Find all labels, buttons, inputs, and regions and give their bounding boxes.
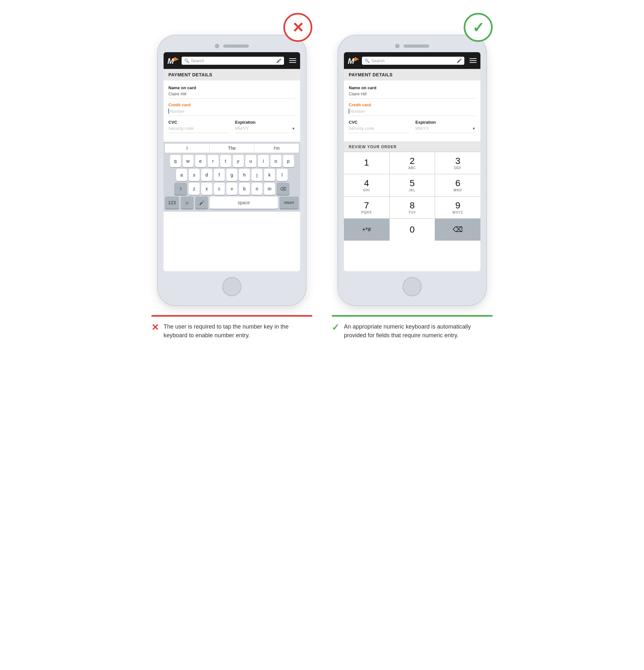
expiration-field-good: Expiration MM/YY ▼ (415, 120, 476, 133)
expiration-dropdown[interactable]: MM/YY ▼ (235, 126, 295, 133)
key-shift[interactable]: ⇧ (174, 183, 187, 195)
home-button[interactable] (222, 277, 242, 296)
key-f[interactable]: f (214, 169, 225, 181)
suggestion-1[interactable]: I (165, 144, 210, 153)
numpad-key-0[interactable]: 0 (389, 219, 435, 241)
keyboard-row-4: 123 ☺ 🎤 space return (165, 197, 299, 209)
hamburger-menu[interactable] (289, 58, 296, 63)
numpad-key-backspace[interactable]: ⌫ (435, 219, 480, 241)
good-badge-icon: ✓ (472, 19, 484, 36)
search-bar-good[interactable]: 🔍 Search 🎤 (362, 57, 464, 65)
key-backspace[interactable]: ⌫ (277, 183, 289, 195)
dropdown-arrow-icon: ▼ (292, 126, 295, 131)
phone-bottom-bar-good (344, 271, 480, 299)
caption-line-bad (151, 315, 312, 317)
key-o[interactable]: o (271, 155, 282, 167)
cvc-field: CVC Security code (168, 120, 229, 133)
key-mic[interactable]: 🎤 (195, 197, 208, 209)
dropdown-arrow-icon-good: ▼ (472, 126, 476, 131)
good-phone-shell: M▶ 🔍 Search 🎤 PAYMENT DETAILS (338, 36, 486, 305)
bad-badge: ✕ (283, 13, 312, 42)
numpad-key-7[interactable]: 7 PQRS (344, 197, 389, 218)
expiration-label: Expiration (235, 120, 295, 125)
caption-badge-good: ✓ (332, 323, 339, 332)
key-q[interactable]: q (170, 155, 181, 167)
credit-card-field-good: Credit card Number (349, 103, 476, 116)
key-g[interactable]: g (227, 169, 237, 181)
credit-card-input-good[interactable]: Number (349, 109, 476, 116)
cvc-placeholder-good[interactable]: Security code (349, 126, 409, 133)
caption-area-bad: ✕ The user is required to tap the number… (151, 319, 312, 343)
key-b[interactable]: b (239, 183, 250, 195)
key-h[interactable]: h (239, 169, 250, 181)
key-e[interactable]: e (195, 155, 206, 167)
bad-phone-shell: M▶ 🔍 Search 🎤 PAYMENT DETAILS (158, 36, 306, 305)
key-123[interactable]: 123 (165, 197, 179, 209)
good-caption: ✓ An appropriate numeric keyboard is aut… (332, 315, 493, 343)
text-cursor (168, 109, 169, 114)
credit-card-input[interactable]: Number (168, 109, 295, 116)
key-n[interactable]: n (251, 183, 262, 195)
numpad-key-1[interactable]: 1 (344, 152, 389, 174)
caption-badge-bad: ✕ (151, 323, 159, 332)
search-icon: 🔍 (184, 58, 189, 63)
numpad-row-4: +*# 0 ⌫ (344, 218, 480, 241)
name-value[interactable]: Claire Hill (168, 92, 295, 98)
camera-dot-good (395, 44, 400, 48)
key-i[interactable]: i (258, 155, 269, 167)
caption-text-bad: The user is required to tap the number k… (164, 322, 312, 340)
mic-icon-good[interactable]: 🎤 (456, 58, 462, 63)
expiration-dropdown-good[interactable]: MM/YY ▼ (415, 126, 476, 133)
numpad-key-5[interactable]: 5 JKL (389, 174, 435, 196)
key-w[interactable]: w (182, 155, 193, 167)
key-j[interactable]: j (251, 169, 262, 181)
cvc-placeholder[interactable]: Security code (168, 126, 229, 133)
numpad-key-2[interactable]: 2 ABC (389, 152, 435, 174)
numpad-key-8[interactable]: 8 TUV (389, 197, 435, 218)
app-header: M▶ 🔍 Search 🎤 (164, 52, 300, 69)
key-d[interactable]: d (201, 169, 212, 181)
key-a[interactable]: a (176, 169, 187, 181)
name-field-good: Name on card Claire Hill (349, 85, 476, 98)
key-z[interactable]: z (189, 183, 200, 195)
credit-card-placeholder-good: Number (350, 109, 365, 114)
bad-badge-icon: ✕ (292, 19, 304, 36)
credit-card-label: Credit card (168, 103, 295, 107)
cvc-label: CVC (168, 120, 229, 125)
suggestion-2[interactable]: The (210, 144, 255, 153)
numpad-key-6[interactable]: 6 MNO (435, 174, 480, 196)
key-s[interactable]: s (189, 169, 200, 181)
caption-line-good (332, 315, 493, 317)
app-header-good: M▶ 🔍 Search 🎤 (344, 52, 480, 69)
numpad-key-4[interactable]: 4 GHI (344, 174, 389, 196)
numpad-key-9[interactable]: 9 WXYZ (435, 197, 480, 218)
key-y[interactable]: y (233, 155, 244, 167)
key-k[interactable]: k (264, 169, 275, 181)
numpad-key-symbols[interactable]: +*# (344, 219, 389, 241)
good-badge: ✓ (464, 13, 493, 42)
key-v[interactable]: v (227, 183, 237, 195)
home-button-good[interactable] (402, 277, 422, 296)
key-c[interactable]: c (214, 183, 225, 195)
camera-dot (215, 44, 219, 48)
cvc-label-good: CVC (349, 120, 409, 125)
name-value-good[interactable]: Claire Hill (349, 92, 476, 98)
key-space[interactable]: space (210, 197, 278, 209)
key-p[interactable]: p (283, 155, 294, 167)
key-emoji[interactable]: ☺ (181, 197, 193, 209)
suggestion-3[interactable]: I'm (255, 144, 299, 153)
key-m[interactable]: m (264, 183, 275, 195)
key-l[interactable]: l (277, 169, 288, 181)
mic-icon[interactable]: 🎤 (276, 58, 282, 63)
cvc-expiration-row: CVC Security code Expiration MM/YY ▼ (168, 120, 295, 137)
search-bar[interactable]: 🔍 Search 🎤 (182, 57, 284, 65)
hamburger-menu-good[interactable] (469, 58, 477, 63)
key-r[interactable]: r (208, 155, 219, 167)
form-area-good: Name on card Claire Hill Credit card Num… (344, 81, 480, 142)
key-t[interactable]: t (220, 155, 231, 167)
key-u[interactable]: u (245, 155, 256, 167)
key-return[interactable]: return (279, 197, 299, 209)
key-x[interactable]: x (201, 183, 212, 195)
numpad-row-1: 1 2 ABC 3 DEF (344, 152, 480, 174)
numpad-key-3[interactable]: 3 DEF (435, 152, 480, 174)
